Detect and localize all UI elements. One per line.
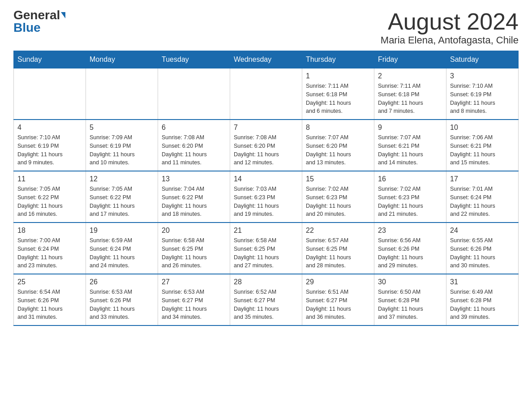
logo-blue-text: Blue (13, 21, 41, 34)
day-info: Sunrise: 7:10 AM Sunset: 6:19 PM Dayligh… (17, 133, 82, 167)
calendar-cell: 1Sunrise: 7:11 AM Sunset: 6:18 PM Daylig… (302, 68, 374, 120)
day-number: 8 (306, 124, 370, 132)
calendar-week-row: 25Sunrise: 6:54 AM Sunset: 6:26 PM Dayli… (14, 274, 519, 325)
calendar-cell: 5Sunrise: 7:09 AM Sunset: 6:19 PM Daylig… (86, 120, 158, 171)
day-number: 10 (450, 124, 515, 132)
calendar-week-row: 4Sunrise: 7:10 AM Sunset: 6:19 PM Daylig… (14, 120, 519, 171)
day-number: 27 (162, 278, 226, 286)
calendar-cell: 23Sunrise: 6:56 AM Sunset: 6:26 PM Dayli… (374, 223, 446, 274)
calendar-cell (86, 68, 158, 120)
calendar-cell: 6Sunrise: 7:08 AM Sunset: 6:20 PM Daylig… (158, 120, 230, 171)
day-info: Sunrise: 7:02 AM Sunset: 6:23 PM Dayligh… (306, 185, 370, 218)
calendar-week-row: 1Sunrise: 7:11 AM Sunset: 6:18 PM Daylig… (14, 68, 519, 120)
calendar-cell: 20Sunrise: 6:58 AM Sunset: 6:25 PM Dayli… (158, 223, 230, 274)
day-info: Sunrise: 7:01 AM Sunset: 6:24 PM Dayligh… (450, 185, 515, 218)
logo-general-text: General (13, 9, 60, 21)
calendar-cell: 21Sunrise: 6:58 AM Sunset: 6:25 PM Dayli… (230, 223, 302, 274)
calendar-cell: 26Sunrise: 6:53 AM Sunset: 6:26 PM Dayli… (86, 274, 158, 325)
day-number: 12 (90, 175, 154, 183)
day-info: Sunrise: 6:51 AM Sunset: 6:27 PM Dayligh… (306, 288, 370, 321)
calendar-cell: 18Sunrise: 7:00 AM Sunset: 6:24 PM Dayli… (14, 223, 86, 274)
day-number: 31 (450, 278, 515, 286)
calendar-cell: 24Sunrise: 6:55 AM Sunset: 6:26 PM Dayli… (446, 223, 519, 274)
day-header-row: SundayMondayTuesdayWednesdayThursdayFrid… (14, 51, 519, 68)
day-info: Sunrise: 6:54 AM Sunset: 6:26 PM Dayligh… (17, 288, 82, 321)
calendar-cell: 17Sunrise: 7:01 AM Sunset: 6:24 PM Dayli… (446, 171, 519, 223)
day-info: Sunrise: 6:58 AM Sunset: 6:25 PM Dayligh… (234, 236, 298, 270)
calendar-cell: 2Sunrise: 7:11 AM Sunset: 6:18 PM Daylig… (374, 68, 446, 120)
calendar-cell: 29Sunrise: 6:51 AM Sunset: 6:27 PM Dayli… (302, 274, 374, 325)
day-number: 14 (234, 175, 298, 183)
calendar-cell: 19Sunrise: 6:59 AM Sunset: 6:24 PM Dayli… (86, 223, 158, 274)
calendar-cell: 22Sunrise: 6:57 AM Sunset: 6:25 PM Dayli… (302, 223, 374, 274)
day-number: 22 (306, 227, 370, 235)
day-number: 1 (306, 72, 370, 80)
day-info: Sunrise: 7:00 AM Sunset: 6:24 PM Dayligh… (17, 236, 82, 270)
calendar-cell: 3Sunrise: 7:10 AM Sunset: 6:19 PM Daylig… (446, 68, 519, 120)
calendar-cell: 4Sunrise: 7:10 AM Sunset: 6:19 PM Daylig… (14, 120, 86, 171)
day-number: 11 (17, 175, 82, 183)
day-number: 9 (378, 124, 442, 132)
day-header-tuesday: Tuesday (158, 51, 230, 68)
day-info: Sunrise: 7:05 AM Sunset: 6:22 PM Dayligh… (17, 185, 82, 218)
location-title: Maria Elena, Antofagasta, Chile (381, 34, 519, 46)
calendar-cell: 14Sunrise: 7:03 AM Sunset: 6:23 PM Dayli… (230, 171, 302, 223)
day-info: Sunrise: 7:07 AM Sunset: 6:21 PM Dayligh… (378, 133, 442, 167)
day-info: Sunrise: 7:11 AM Sunset: 6:18 PM Dayligh… (378, 82, 442, 116)
day-number: 7 (234, 124, 298, 132)
calendar-cell: 25Sunrise: 6:54 AM Sunset: 6:26 PM Dayli… (14, 274, 86, 325)
day-header-thursday: Thursday (302, 51, 374, 68)
calendar-cell: 12Sunrise: 7:05 AM Sunset: 6:22 PM Dayli… (86, 171, 158, 223)
day-number: 17 (450, 175, 515, 183)
day-number: 23 (378, 227, 442, 235)
day-info: Sunrise: 7:10 AM Sunset: 6:19 PM Dayligh… (450, 82, 515, 116)
day-number: 4 (17, 124, 82, 132)
calendar-cell: 28Sunrise: 6:52 AM Sunset: 6:27 PM Dayli… (230, 274, 302, 325)
calendar-cell (14, 68, 86, 120)
day-number: 30 (378, 278, 442, 286)
day-number: 21 (234, 227, 298, 235)
day-info: Sunrise: 7:06 AM Sunset: 6:21 PM Dayligh… (450, 133, 515, 167)
day-info: Sunrise: 6:49 AM Sunset: 6:28 PM Dayligh… (450, 288, 515, 321)
day-number: 13 (162, 175, 226, 183)
day-number: 3 (450, 72, 515, 80)
logo: General Blue (13, 9, 65, 34)
day-number: 26 (90, 278, 154, 286)
day-info: Sunrise: 6:57 AM Sunset: 6:25 PM Dayligh… (306, 236, 370, 270)
day-info: Sunrise: 7:03 AM Sunset: 6:23 PM Dayligh… (234, 185, 298, 218)
calendar-table: SundayMondayTuesdayWednesdayThursdayFrid… (13, 51, 519, 326)
day-info: Sunrise: 6:53 AM Sunset: 6:26 PM Dayligh… (90, 288, 154, 321)
day-info: Sunrise: 6:53 AM Sunset: 6:27 PM Dayligh… (162, 288, 226, 321)
day-number: 2 (378, 72, 442, 80)
day-header-wednesday: Wednesday (230, 51, 302, 68)
day-info: Sunrise: 7:05 AM Sunset: 6:22 PM Dayligh… (90, 185, 154, 218)
calendar-cell: 15Sunrise: 7:02 AM Sunset: 6:23 PM Dayli… (302, 171, 374, 223)
day-info: Sunrise: 7:08 AM Sunset: 6:20 PM Dayligh… (234, 133, 298, 167)
day-number: 15 (306, 175, 370, 183)
calendar-cell (158, 68, 230, 120)
day-info: Sunrise: 7:11 AM Sunset: 6:18 PM Dayligh… (306, 82, 370, 116)
calendar-cell: 27Sunrise: 6:53 AM Sunset: 6:27 PM Dayli… (158, 274, 230, 325)
day-number: 6 (162, 124, 226, 132)
day-info: Sunrise: 7:02 AM Sunset: 6:23 PM Dayligh… (378, 185, 442, 218)
calendar-cell: 7Sunrise: 7:08 AM Sunset: 6:20 PM Daylig… (230, 120, 302, 171)
calendar-header: SundayMondayTuesdayWednesdayThursdayFrid… (14, 51, 519, 68)
day-info: Sunrise: 6:59 AM Sunset: 6:24 PM Dayligh… (90, 236, 154, 270)
day-number: 19 (90, 227, 154, 235)
day-number: 18 (17, 227, 82, 235)
calendar-week-row: 18Sunrise: 7:00 AM Sunset: 6:24 PM Dayli… (14, 223, 519, 274)
day-number: 25 (17, 278, 82, 286)
day-number: 24 (450, 227, 515, 235)
calendar-cell: 31Sunrise: 6:49 AM Sunset: 6:28 PM Dayli… (446, 274, 519, 325)
day-info: Sunrise: 7:07 AM Sunset: 6:20 PM Dayligh… (306, 133, 370, 167)
calendar-cell: 16Sunrise: 7:02 AM Sunset: 6:23 PM Dayli… (374, 171, 446, 223)
calendar-cell: 30Sunrise: 6:50 AM Sunset: 6:28 PM Dayli… (374, 274, 446, 325)
day-info: Sunrise: 6:58 AM Sunset: 6:25 PM Dayligh… (162, 236, 226, 270)
calendar-body: 1Sunrise: 7:11 AM Sunset: 6:18 PM Daylig… (14, 68, 519, 326)
day-header-friday: Friday (374, 51, 446, 68)
calendar-cell: 9Sunrise: 7:07 AM Sunset: 6:21 PM Daylig… (374, 120, 446, 171)
calendar-cell (230, 68, 302, 120)
title-section: August 2024 Maria Elena, Antofagasta, Ch… (381, 9, 519, 46)
calendar-cell: 8Sunrise: 7:07 AM Sunset: 6:20 PM Daylig… (302, 120, 374, 171)
calendar-cell: 11Sunrise: 7:05 AM Sunset: 6:22 PM Dayli… (14, 171, 86, 223)
